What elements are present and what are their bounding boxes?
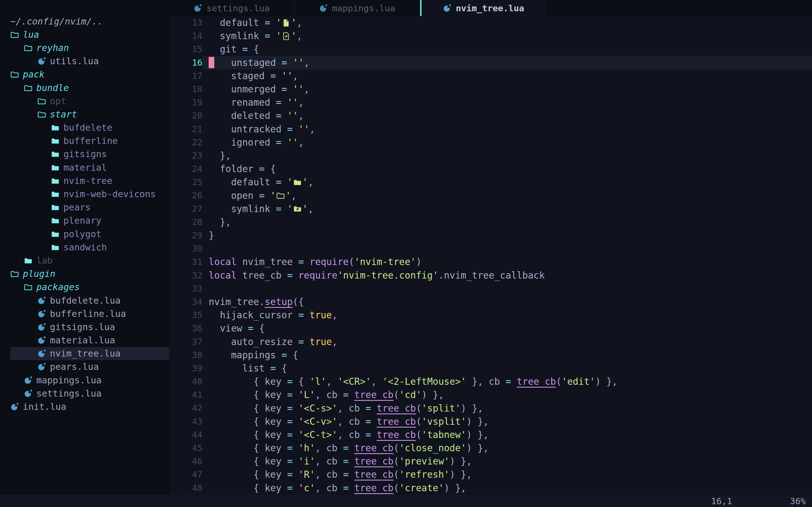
tree-item-opt[interactable]: opt: [0, 94, 169, 108]
file-symlink-icon: [282, 32, 290, 40]
tree-item-sandwich[interactable]: sandwich: [0, 240, 169, 254]
code-token: local: [209, 256, 237, 267]
code-line-34[interactable]: 34nvim_tree.setup({: [169, 295, 812, 308]
code-text: list = {: [202, 362, 812, 375]
lua-icon: [38, 296, 46, 305]
code-line-33[interactable]: 33: [169, 282, 812, 295]
code-line-21[interactable]: 21 untracked = '',: [169, 122, 812, 136]
code-line-14[interactable]: 14 symlink = '',: [169, 29, 812, 43]
code-token: '': [293, 83, 304, 95]
code-line-27[interactable]: 27 symlink = '',: [169, 202, 812, 216]
code-line-24[interactable]: 24 folder = {: [169, 162, 812, 175]
code-token: '': [287, 97, 298, 108]
line-number: 48: [169, 482, 202, 495]
code-line-23[interactable]: 23 },: [169, 149, 812, 162]
code-line-44[interactable]: 44 { key = '<C-t>', cb = tree_cb('tabnew…: [169, 428, 812, 441]
folder-open-icon: [24, 283, 33, 291]
tree-item-pack[interactable]: pack: [0, 68, 169, 81]
code-line-42[interactable]: 42 { key = '<C-s>', cb = tree_cb('split'…: [169, 401, 812, 414]
line-number: 46: [169, 455, 202, 468]
lua-icon: [24, 376, 33, 385]
tree-item-reyhan[interactable]: reyhan: [0, 41, 169, 54]
code-line-39[interactable]: 39 list = {: [169, 362, 812, 375]
tree-item-material-lua[interactable]: material.lua: [0, 334, 169, 347]
code-token: default: [209, 177, 276, 187]
tree-root-path[interactable]: ~/.config/nvim/..: [0, 15, 169, 28]
code-line-35[interactable]: 35 hijack_cursor = true,: [169, 308, 812, 322]
tree-item-lua[interactable]: lua: [0, 28, 169, 41]
tree-item-plenary[interactable]: plenary: [0, 214, 169, 227]
code-line-46[interactable]: 46 { key = 'i', cb = tree_cb('preview') …: [169, 455, 812, 468]
editor-buffer[interactable]: 13 default = '',14 symlink = '',15 git =…: [169, 16, 812, 495]
tree-item-gitsigns-lua[interactable]: gitsigns.lua: [0, 320, 169, 334]
code-text: default = '',: [202, 16, 812, 29]
tree-item-nvim-tree[interactable]: nvim-tree: [0, 174, 169, 187]
code-line-43[interactable]: 43 { key = '<C-v>', cb = tree_cb('vsplit…: [169, 415, 812, 428]
code-token: (: [416, 416, 421, 427]
tab-mappings-lua[interactable]: mappings.lua: [295, 0, 420, 16]
code-line-16[interactable]: 16 unstaged = '',: [169, 56, 812, 69]
tree-item-polygot[interactable]: polygot: [0, 227, 169, 240]
code-line-36[interactable]: 36 view = {: [169, 322, 812, 335]
code-line-37[interactable]: 37 auto_resize = true,: [169, 335, 812, 348]
folder-icon: [51, 203, 59, 212]
tree-item-bufdelete[interactable]: bufdelete: [0, 121, 169, 134]
code-line-19[interactable]: 19 renamed = '',: [169, 96, 812, 109]
tree-item-bufferline[interactable]: bufferline: [0, 134, 169, 148]
tree-item-nvim-tree-lua[interactable]: nvim_tree.lua: [0, 347, 169, 360]
tab-label: mappings.lua: [332, 3, 395, 13]
code-line-18[interactable]: 18 unmerged = '',: [169, 82, 812, 96]
tree-item-settings-lua[interactable]: settings.lua: [0, 387, 169, 400]
code-line-26[interactable]: 26 open = '',: [169, 189, 812, 202]
code-line-30[interactable]: 30: [169, 242, 812, 255]
code-line-29[interactable]: 29}: [169, 229, 812, 242]
code-line-17[interactable]: 17 staged = '',: [169, 69, 812, 82]
code-token: ignored: [209, 137, 276, 148]
tab-settings-lua[interactable]: settings.lua: [169, 0, 295, 16]
code-line-45[interactable]: 45 { key = 'h', cb = tree_cb('close_node…: [169, 441, 812, 455]
tree-item-init-lua[interactable]: init.lua: [0, 400, 169, 413]
tree-item-mappings-lua[interactable]: mappings.lua: [0, 374, 169, 387]
code-line-20[interactable]: 20 deleted = '',: [169, 109, 812, 122]
code-line-41[interactable]: 41 { key = 'L', cb = tree_cb('cd') },: [169, 388, 812, 401]
code-token: =: [287, 443, 293, 453]
tree-item-pears-lua[interactable]: pears.lua: [0, 360, 169, 374]
tree-item-packages[interactable]: packages: [0, 281, 169, 294]
code-line-28[interactable]: 28 },: [169, 216, 812, 229]
code-token: =: [343, 456, 349, 467]
code-token: { key: [209, 376, 287, 387]
tree-item-start[interactable]: start: [0, 108, 169, 121]
tree-item-plugin[interactable]: plugin: [0, 267, 169, 281]
code-line-25[interactable]: 25 default = '',: [169, 175, 812, 189]
code-token: ,: [310, 124, 315, 135]
code-line-40[interactable]: 40 { key = { 'l', '<CR>', '<2-LeftMouse>…: [169, 375, 812, 388]
code-line-22[interactable]: 22 ignored = '',: [169, 136, 812, 149]
tree-item-bufferline-lua[interactable]: bufferline.lua: [0, 307, 169, 320]
code-text: ignored = '',: [202, 136, 812, 149]
code-token: =: [343, 483, 349, 494]
code-line-48[interactable]: 48 { key = 'c', cb = tree_cb('create') }…: [169, 482, 812, 495]
tree-item-bundle[interactable]: bundle: [0, 81, 169, 94]
code-line-32[interactable]: 32local tree_cb = require'nvim-tree.conf…: [169, 269, 812, 282]
code-line-13[interactable]: 13 default = '',: [169, 16, 812, 29]
code-text: folder = {: [202, 162, 812, 175]
tree-item-nvim-web-devicons[interactable]: nvim-web-devicons: [0, 187, 169, 201]
code-token: 'L': [298, 389, 315, 400]
tree-item-bufdelete-lua[interactable]: bufdelete.lua: [0, 294, 169, 307]
code-line-15[interactable]: 15 git = {: [169, 43, 812, 56]
folder-open-icon: [24, 44, 33, 52]
tree-item-gitsigns[interactable]: gitsigns: [0, 148, 169, 161]
code-token: 'R': [298, 469, 315, 480]
folder-open-icon: [38, 110, 46, 119]
tree-item-lab[interactable]: lab: [0, 254, 169, 267]
line-number: 30: [169, 242, 202, 255]
code-line-38[interactable]: 38 mappings = {: [169, 348, 812, 362]
code-token: ) },: [449, 469, 472, 480]
tab-nvim-tree-lua[interactable]: nvim_tree.lua: [420, 0, 546, 16]
code-line-31[interactable]: 31local nvim_tree = require('nvim-tree'): [169, 255, 812, 269]
code-token: [293, 403, 298, 414]
code-line-47[interactable]: 47 { key = 'R', cb = tree_cb('refresh') …: [169, 468, 812, 481]
tree-item-pears[interactable]: pears: [0, 201, 169, 214]
tree-item-material[interactable]: material: [0, 161, 169, 174]
tree-item-utils-lua[interactable]: utils.lua: [0, 55, 169, 68]
